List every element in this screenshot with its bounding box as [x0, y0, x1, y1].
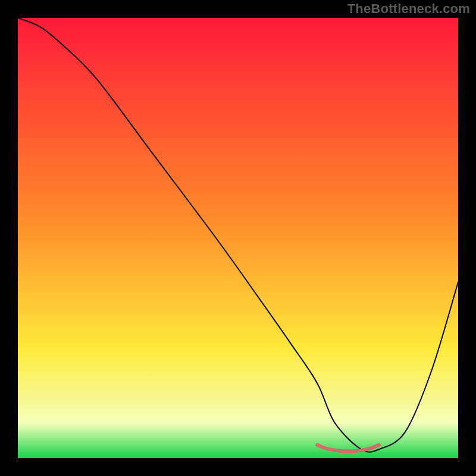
plot-area [18, 18, 458, 458]
bottleneck-curve [18, 18, 458, 452]
curve-layer [18, 18, 458, 458]
optimal-range-marker [317, 445, 379, 451]
watermark-text: TheBottleneck.com [347, 1, 470, 17]
chart-frame: TheBottleneck.com [0, 0, 476, 476]
